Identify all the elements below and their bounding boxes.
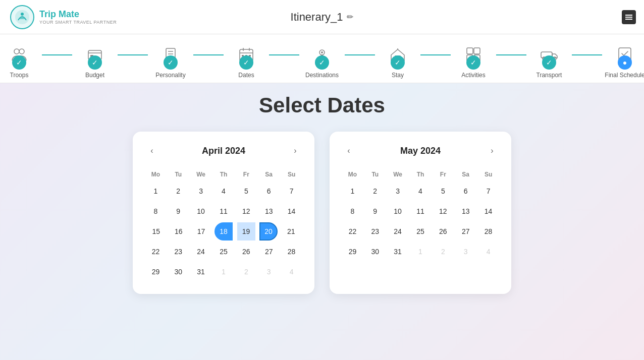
may-day-26[interactable]: 26 — [434, 222, 452, 241]
activities-label: Activities — [461, 72, 485, 79]
step-activities[interactable]: ✓ Activities — [451, 42, 496, 79]
april-day-11[interactable]: 11 — [214, 202, 233, 220]
may-day-13[interactable]: 13 — [457, 202, 475, 220]
budget-icon-wrap: ✓ — [83, 42, 107, 67]
logo-subtitle: YOUR SMART TRAVEL PARTNER — [39, 20, 117, 25]
april-day-30[interactable]: 30 — [169, 263, 187, 281]
may-day-29[interactable]: 29 — [343, 243, 361, 261]
april-day-4[interactable]: 4 — [214, 182, 233, 200]
april-grid: Mo Tu We Th Fr Sa Su 1 2 3 4 5 6 7 — [145, 168, 302, 282]
april-day-3[interactable]: 3 — [192, 182, 210, 200]
itinerary-title-container: Itinerary_1 ✏ — [291, 11, 354, 24]
may-day-28[interactable]: 28 — [479, 222, 498, 241]
may-day-4[interactable]: 4 — [411, 182, 430, 200]
april-day-5[interactable]: 5 — [237, 182, 255, 200]
transport-label: Transport — [536, 72, 562, 79]
may-day-14[interactable]: 14 — [479, 202, 498, 220]
destinations-circle: ✓ — [315, 55, 329, 70]
april-day-24[interactable]: 24 — [192, 243, 210, 261]
stay-circle: ✓ — [391, 55, 405, 70]
april-overflow-1: 1 — [214, 263, 233, 281]
april-day-2[interactable]: 2 — [169, 182, 187, 200]
may-day-9[interactable]: 9 — [366, 202, 384, 220]
step-budget[interactable]: ✓ Budget — [72, 42, 118, 79]
svg-point-5 — [14, 49, 19, 54]
april-day-21[interactable]: 21 — [282, 222, 300, 241]
april-prev-btn[interactable]: ‹ — [145, 144, 159, 158]
april-day-1[interactable]: 1 — [146, 182, 165, 200]
logo-area: Trip Mate YOUR SMART TRAVEL PARTNER — [10, 5, 117, 29]
corner-button[interactable] — [622, 10, 636, 24]
april-day-26[interactable]: 26 — [237, 243, 255, 261]
april-day-7[interactable]: 7 — [283, 182, 301, 200]
may-day-12[interactable]: 12 — [434, 202, 452, 220]
may-day-24[interactable]: 24 — [389, 222, 407, 241]
april-day-10[interactable]: 10 — [192, 202, 210, 220]
april-day-25[interactable]: 25 — [214, 243, 233, 261]
transport-circle: ✓ — [542, 55, 556, 70]
april-day-20[interactable]: 20 — [259, 222, 278, 241]
step-personality[interactable]: ✓ Personality — [148, 42, 193, 79]
day-header-sa: Sa — [258, 168, 280, 181]
activities-circle: ✓ — [466, 55, 480, 70]
may-day-11[interactable]: 11 — [411, 202, 430, 220]
may-day-6[interactable]: 6 — [457, 182, 475, 200]
april-day-15[interactable]: 15 — [147, 222, 165, 241]
step-troops[interactable]: ✓ Troops — [0, 42, 42, 79]
may-day-30[interactable]: 30 — [366, 243, 384, 261]
may-day-22[interactable]: 22 — [343, 222, 361, 241]
final-circle: ● — [618, 55, 632, 70]
april-day-16[interactable]: 16 — [170, 222, 188, 241]
april-day-19[interactable]: 19 — [237, 222, 255, 241]
may-day-5[interactable]: 5 — [434, 182, 452, 200]
may-day-31[interactable]: 31 — [389, 243, 407, 261]
may-day-header-su: Su — [477, 168, 499, 181]
may-calendar-header: ‹ May 2024 › — [342, 144, 499, 158]
step-final[interactable]: ● Final Schedule — [602, 42, 644, 79]
may-month-label: May 2024 — [400, 146, 441, 156]
april-day-6[interactable]: 6 — [260, 182, 278, 200]
april-next-btn[interactable]: › — [288, 144, 302, 158]
april-day-23[interactable]: 23 — [169, 243, 187, 261]
may-day-23[interactable]: 23 — [366, 222, 384, 241]
may-prev-btn[interactable]: ‹ — [342, 144, 356, 158]
may-day-headers: Mo Tu We Th Fr Sa Su — [342, 168, 499, 181]
svg-rect-23 — [474, 48, 480, 54]
may-day-header-tu: Tu — [364, 168, 386, 181]
april-day-13[interactable]: 13 — [260, 202, 278, 220]
may-overflow-4: 4 — [479, 243, 498, 261]
may-day-7[interactable]: 7 — [479, 182, 498, 200]
step-destinations[interactable]: ✓ Destinations — [299, 42, 345, 79]
may-day-1[interactable]: 1 — [343, 182, 361, 200]
step-transport[interactable]: ✓ Transport — [526, 42, 572, 79]
step-dates[interactable]: ✓ Dates — [224, 42, 269, 79]
may-day-8[interactable]: 8 — [343, 202, 361, 220]
personality-label: Personality — [155, 72, 185, 79]
april-day-18[interactable]: 18 — [214, 222, 233, 241]
may-day-25[interactable]: 25 — [411, 222, 430, 241]
day-header-tu: Tu — [168, 168, 189, 181]
may-day-2[interactable]: 2 — [366, 182, 384, 200]
april-day-31[interactable]: 31 — [192, 263, 210, 281]
april-day-17[interactable]: 17 — [192, 222, 210, 241]
day-header-mo: Mo — [145, 168, 167, 181]
april-day-27[interactable]: 27 — [260, 243, 278, 261]
may-day-3[interactable]: 3 — [389, 182, 407, 200]
logo-text-area: Trip Mate YOUR SMART TRAVEL PARTNER — [39, 9, 117, 25]
april-day-8[interactable]: 8 — [146, 202, 165, 220]
step-stay[interactable]: ✓ Stay — [375, 42, 420, 79]
april-day-22[interactable]: 22 — [146, 243, 165, 261]
april-overflow-3: 3 — [260, 263, 278, 281]
may-day-10[interactable]: 10 — [389, 202, 407, 220]
edit-icon[interactable]: ✏ — [347, 12, 353, 22]
april-day-28[interactable]: 28 — [283, 243, 301, 261]
connector-5 — [345, 54, 375, 55]
april-day-14[interactable]: 14 — [283, 202, 301, 220]
april-day-12[interactable]: 12 — [237, 202, 255, 220]
may-day-27[interactable]: 27 — [457, 222, 475, 241]
may-next-btn[interactable]: › — [485, 144, 499, 158]
may-week-3: 22 23 24 25 26 27 28 — [342, 221, 499, 242]
april-day-29[interactable]: 29 — [146, 263, 165, 281]
april-day-9[interactable]: 9 — [169, 202, 187, 220]
personality-icon-wrap: ✓ — [158, 42, 183, 67]
